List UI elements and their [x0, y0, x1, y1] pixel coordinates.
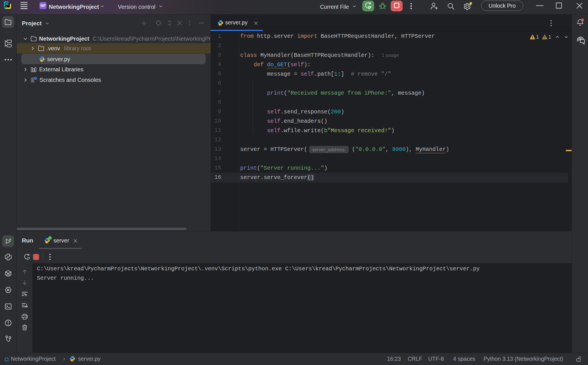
svg-text:PC: PC	[6, 3, 9, 6]
